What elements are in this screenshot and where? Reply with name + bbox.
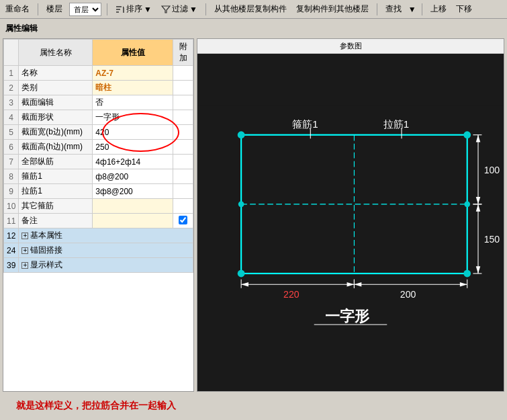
copy-to-button[interactable]: 复制构件到其他楼层 <box>293 2 371 16</box>
group-row-label: +锚固搭接 <box>19 243 193 258</box>
table-row[interactable]: 1 名称 AZ-7 <box>4 66 193 81</box>
col-header-num <box>4 40 19 66</box>
prop-attach <box>173 140 193 155</box>
prop-name: 全部纵筋 <box>19 155 93 169</box>
section-title: 属性编辑 <box>3 22 504 36</box>
prop-attach <box>173 66 193 81</box>
group-row[interactable]: 39 +显示样式 <box>4 258 193 273</box>
svg-rect-5 <box>197 106 504 339</box>
group-row-num: 24 <box>4 243 19 258</box>
group-row[interactable]: 24 +锚固搭接 <box>4 243 193 258</box>
table-row[interactable]: 8 箍筋1 ф8@200 <box>4 169 193 184</box>
row-num: 7 <box>4 155 19 169</box>
toolbar: 重命名 楼层 首层 排序▼ 过滤▼ 从其他楼层复制构件 复制构件到其他楼层 查找… <box>0 0 507 19</box>
floor-select[interactable]: 首层 <box>69 3 101 16</box>
prop-value[interactable]: 3ф8@200 <box>93 184 173 199</box>
row-num: 9 <box>4 184 19 199</box>
row-num: 4 <box>4 110 19 125</box>
row-num: 2 <box>4 81 19 95</box>
prop-attach <box>173 169 193 184</box>
sep2 <box>107 3 107 15</box>
table-row[interactable]: 11 备注 <box>4 214 193 228</box>
svg-point-9 <box>238 131 245 138</box>
svg-text:220: 220 <box>283 289 299 300</box>
table-row[interactable]: 9 拉筋1 3ф8@200 <box>4 184 193 199</box>
expand-icon[interactable]: + <box>21 247 28 254</box>
row-num: 3 <box>4 95 19 110</box>
diagram-title: 参数图 <box>197 39 504 54</box>
main-container: 属性编辑 属性名称 属性值 附加 1 名称 AZ-7 2 类别 <box>0 19 507 420</box>
diagram-svg: 箍筋1 拉筋1 100 <box>197 54 504 391</box>
row-num: 11 <box>4 214 19 228</box>
expand-icon[interactable]: + <box>21 262 28 269</box>
table-row[interactable]: 3 截面编辑 否 <box>4 95 193 110</box>
prop-value[interactable] <box>93 199 173 214</box>
prop-attach <box>173 125 193 140</box>
col-header-name: 属性名称 <box>19 40 93 66</box>
table-row[interactable]: 2 类别 暗柱 <box>4 81 193 95</box>
svg-point-11 <box>238 270 245 278</box>
group-row[interactable]: 12 +基本属性 <box>4 228 193 243</box>
prop-value[interactable]: 暗柱 <box>93 81 173 95</box>
table-row[interactable]: 10 其它箍筋 <box>4 199 193 214</box>
left-panel: 属性名称 属性值 附加 1 名称 AZ-7 2 类别 暗柱 3 截面编辑 否 4… <box>3 38 194 392</box>
property-table: 属性名称 属性值 附加 1 名称 AZ-7 2 类别 暗柱 3 截面编辑 否 4… <box>3 39 193 273</box>
find-button[interactable]: 查找 <box>383 2 404 16</box>
group-row-label: +显示样式 <box>19 258 193 273</box>
prop-attach <box>173 199 193 214</box>
prop-value[interactable]: 一字形 <box>93 110 173 125</box>
prop-name: 拉筋1 <box>19 184 93 199</box>
sort-button[interactable]: 排序▼ <box>113 2 154 16</box>
row-num: 8 <box>4 169 19 184</box>
prop-value[interactable]: 250 <box>93 140 173 155</box>
prop-value[interactable] <box>93 214 173 228</box>
table-row[interactable]: 7 全部纵筋 4ф16+2ф14 <box>4 155 193 169</box>
prop-attach <box>173 184 193 199</box>
prop-name: 类别 <box>19 81 93 95</box>
prop-name: 名称 <box>19 66 93 81</box>
sep4 <box>377 3 377 15</box>
row-num: 1 <box>4 66 19 81</box>
row-num: 10 <box>4 199 19 214</box>
content-area: 属性名称 属性值 附加 1 名称 AZ-7 2 类别 暗柱 3 截面编辑 否 4… <box>3 38 504 392</box>
prop-name: 箍筋1 <box>19 169 93 184</box>
col-header-attach: 附加 <box>173 40 193 66</box>
prop-attach <box>173 155 193 169</box>
copy-from-button[interactable]: 从其他楼层复制构件 <box>212 2 289 16</box>
row-num: 6 <box>4 140 19 155</box>
prop-value[interactable]: 4ф16+2ф14 <box>93 155 173 169</box>
row-num: 5 <box>4 125 19 140</box>
group-row-num: 39 <box>4 258 19 273</box>
move-down-button[interactable]: 下移 <box>453 2 475 16</box>
diagram-area: 箍筋1 拉筋1 100 <box>197 54 504 391</box>
filter-button[interactable]: 过滤▼ <box>158 2 200 16</box>
prop-value[interactable]: 420 <box>93 125 173 140</box>
svg-point-13 <box>238 202 244 208</box>
svg-text:箍筋1: 箍筋1 <box>292 118 318 130</box>
svg-text:拉筋1: 拉筋1 <box>383 118 409 130</box>
prop-name: 截面形状 <box>19 110 93 125</box>
move-up-button[interactable]: 上移 <box>428 2 449 16</box>
bottom-text: 就是这样定义，把拉筋合并在一起输入 <box>3 394 504 417</box>
prop-attach <box>173 214 193 228</box>
sep1 <box>38 3 38 15</box>
filter-icon <box>161 5 171 14</box>
prop-value[interactable]: 否 <box>93 95 173 110</box>
svg-marker-4 <box>162 6 170 13</box>
rename-button[interactable]: 重命名 <box>3 2 32 16</box>
prop-attach <box>173 81 193 95</box>
svg-point-14 <box>464 202 470 208</box>
table-row[interactable]: 4 截面形状 一字形 <box>4 110 193 125</box>
prop-name: 截面高(h边)(mm) <box>19 140 93 155</box>
prop-attach <box>173 95 193 110</box>
col-header-value: 属性值 <box>93 40 173 66</box>
table-row[interactable]: 6 截面高(h边)(mm) 250 <box>4 140 193 155</box>
svg-text:200: 200 <box>400 289 416 300</box>
svg-point-10 <box>463 131 471 138</box>
group-row-label: +基本属性 <box>19 228 193 243</box>
table-row[interactable]: 5 截面宽(b边)(mm) 420 <box>4 125 193 140</box>
prop-value[interactable]: ф8@200 <box>93 169 173 184</box>
sort-icon <box>116 5 125 14</box>
expand-icon[interactable]: + <box>21 233 28 239</box>
prop-value[interactable]: AZ-7 <box>93 66 173 81</box>
